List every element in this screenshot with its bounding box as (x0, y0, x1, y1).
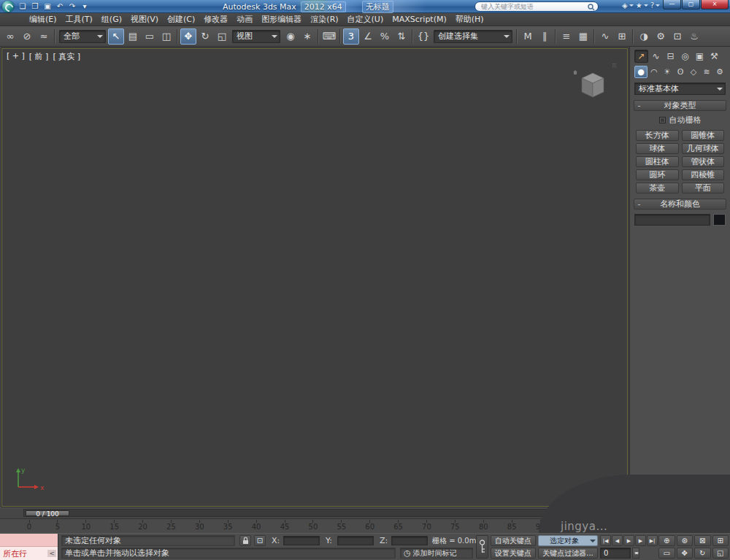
rectangular-selection-region-icon[interactable]: ▭ (142, 28, 158, 45)
spinner-snap-icon[interactable]: ⇅ (393, 28, 410, 45)
infocenter-search-input[interactable]: 键入关键字或短语 (474, 1, 599, 12)
utilities-tab[interactable]: ⚒ (707, 50, 721, 63)
material-editor-icon[interactable]: ◑ (636, 28, 652, 45)
zoom-all-icon[interactable]: ⊛ (677, 535, 694, 546)
rollout-collapse-icon[interactable]: - (634, 199, 644, 209)
graphite-ribbon-icon[interactable]: ▦ (575, 28, 591, 45)
viewport-general-menu[interactable]: [ + ] (7, 51, 25, 62)
track-bar[interactable]: 0510152025303540455055606570758085909510… (0, 518, 629, 533)
auto-key-button[interactable]: 自动关键点 (491, 535, 536, 546)
angle-snap-icon[interactable]: ∠ (360, 28, 376, 45)
hierarchy-tab[interactable]: ⊟ (664, 50, 677, 63)
primitive-button[interactable]: 圆锥体 (682, 130, 725, 141)
selection-filter-dropdown[interactable]: 全部 (59, 30, 106, 43)
menu-group[interactable]: 组(G) (97, 13, 126, 26)
viewport-front[interactable]: [ + ][ 前 ][ 真实 ] 前 x y (1, 48, 628, 507)
render-production-icon[interactable]: ♨ (686, 28, 702, 45)
primitive-button[interactable]: 圆柱体 (636, 156, 679, 167)
unlink-selection-icon[interactable]: ⊘ (19, 28, 35, 45)
save-file-icon[interactable]: ▣ (42, 1, 53, 12)
menu-graph-editors[interactable]: 图形编辑器 (257, 13, 306, 26)
absolute-offset-toggle[interactable]: ⊡ (254, 535, 266, 546)
primitive-button[interactable]: 四棱锥 (682, 169, 725, 180)
rollout-name-color-header[interactable]: - 名称和颜色 (634, 199, 726, 210)
select-object-icon[interactable]: ↖ (108, 28, 124, 45)
favorites-star-icon[interactable]: ★ (636, 1, 648, 9)
select-and-rotate-icon[interactable]: ↻ (197, 28, 213, 45)
listener-chevron-icon[interactable]: < (47, 550, 56, 557)
use-pivot-center-icon[interactable]: ◉ (283, 28, 299, 45)
select-by-name-icon[interactable]: ▤ (125, 28, 141, 45)
zoom-extents-all-icon[interactable]: ⊞ (712, 535, 729, 546)
minimize-button[interactable]: — (663, 0, 681, 9)
time-slider-track[interactable]: 0 / 100 (23, 509, 623, 517)
geometry-category[interactable]: ● (634, 66, 648, 78)
close-button[interactable]: × (701, 0, 729, 9)
zoom-region-icon[interactable]: ▭ (658, 548, 675, 559)
select-and-manipulate-icon[interactable]: ∗ (299, 28, 315, 45)
previous-frame-icon[interactable]: ◀ (612, 535, 623, 546)
go-to-end-icon[interactable]: ▶| (647, 535, 658, 546)
window-crossing-toggle-icon[interactable]: ◫ (158, 28, 174, 45)
primitive-button[interactable]: 长方体 (636, 130, 679, 141)
primitive-button[interactable]: 圆环 (636, 169, 679, 180)
macro-recorder-pane[interactable] (0, 534, 58, 547)
select-and-scale-icon[interactable]: ◱ (214, 28, 230, 45)
z-coordinate-field[interactable] (391, 536, 428, 545)
maximize-button[interactable]: ▢ (682, 0, 700, 9)
object-name-input[interactable] (634, 214, 710, 226)
primitive-type-dropdown[interactable]: 标准基本体 (634, 83, 726, 95)
edit-named-selections-icon[interactable]: {} (415, 28, 431, 45)
orbit-icon[interactable]: ↻ (694, 548, 711, 559)
primitive-button[interactable]: 管状体 (682, 156, 725, 167)
space-warps-category[interactable]: ≋ (700, 66, 713, 78)
set-key-button[interactable]: 设置关键点 (491, 548, 536, 559)
mirror-icon[interactable]: M (520, 28, 536, 45)
key-filters-button[interactable]: 关键点过滤器... (538, 548, 598, 559)
y-coordinate-field[interactable] (337, 536, 374, 545)
maximize-viewport-icon[interactable]: ◱ (712, 548, 729, 559)
shapes-category[interactable]: ◠ (648, 66, 661, 78)
rollout-object-type-header[interactable]: - 对象类型 (634, 100, 726, 111)
frame-spinner[interactable] (632, 548, 639, 559)
zoom-extents-icon[interactable]: ⊠ (694, 535, 711, 546)
quick-access-dropdown-icon[interactable]: ▾ (79, 1, 91, 12)
viewport-shading-label[interactable]: [ 真实 ] (53, 51, 80, 62)
bind-to-space-warp-icon[interactable]: ≈ (36, 28, 52, 45)
open-file-icon[interactable]: ❐ (29, 1, 41, 12)
primitive-button[interactable]: 球体 (636, 143, 679, 154)
helpers-category[interactable]: ◇ (687, 66, 700, 78)
redo-icon[interactable]: ↷ (66, 1, 78, 12)
search-icon[interactable] (588, 4, 595, 11)
render-setup-icon[interactable]: ⚙ (653, 28, 669, 45)
menu-create[interactable]: 创建(C) (163, 13, 199, 26)
curve-editor-icon[interactable]: ∿ (597, 28, 613, 45)
primitive-button[interactable]: 平面 (682, 183, 725, 193)
pan-icon[interactable]: ✥ (677, 548, 694, 559)
menu-animation[interactable]: 动画 (232, 13, 257, 26)
x-coordinate-field[interactable] (283, 536, 320, 545)
viewport-view-label[interactable]: [ 前 ] (29, 51, 49, 62)
menu-customize[interactable]: 自定义(U) (343, 13, 388, 26)
play-icon[interactable]: ▶ (623, 535, 634, 546)
rendered-frame-window-icon[interactable]: ⊡ (669, 28, 685, 45)
next-frame-icon[interactable]: ▶ (635, 535, 646, 546)
go-to-start-icon[interactable]: |◀ (600, 535, 611, 546)
select-and-move-icon[interactable]: ✥ (180, 28, 196, 45)
reference-coordinate-dropdown[interactable]: 视图 (232, 30, 280, 43)
primitive-button[interactable]: 茶壶 (636, 183, 679, 193)
menu-help[interactable]: 帮助(H) (451, 13, 488, 26)
lights-category[interactable]: ☀ (661, 66, 674, 78)
maxscript-mini-listener[interactable]: 所在行 < (0, 534, 58, 560)
cameras-category[interactable]: ʘ (674, 66, 687, 78)
select-and-link-icon[interactable]: ∞ (2, 28, 18, 45)
named-selection-sets-dropdown[interactable]: 创建选择集 (434, 30, 512, 43)
new-scene-icon[interactable]: ❏ (17, 1, 28, 12)
keyboard-override-icon[interactable]: ⌨ (321, 28, 337, 45)
menu-views[interactable]: 视图(V) (126, 13, 163, 26)
application-menu-button[interactable] (2, 1, 14, 12)
undo-icon[interactable]: ↶ (54, 1, 66, 12)
help-icon[interactable]: ? (650, 1, 660, 9)
zoom-icon[interactable]: ⊕ (658, 535, 675, 546)
align-icon[interactable]: ∥ (537, 28, 553, 45)
